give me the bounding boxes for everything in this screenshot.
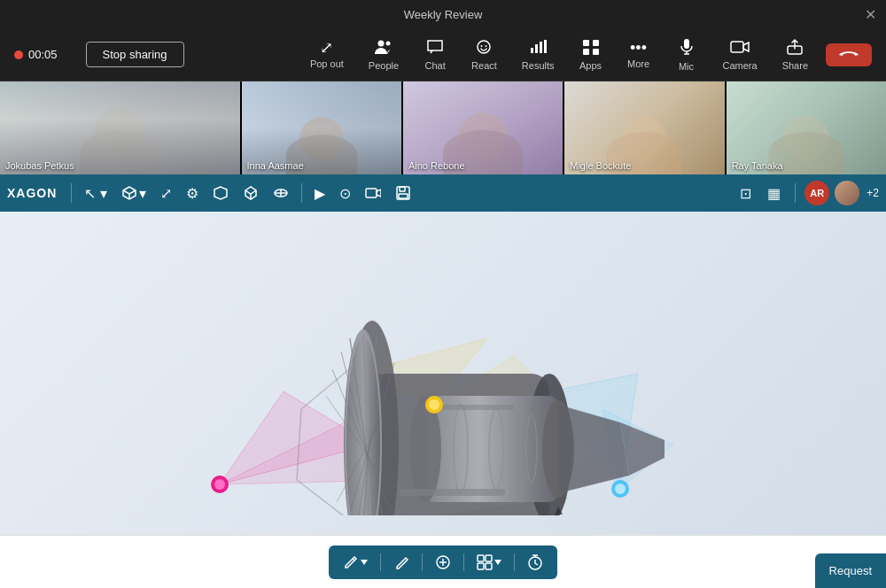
ring-tool[interactable]: ⊙: [334, 182, 356, 205]
pen-action[interactable]: [385, 549, 418, 576]
svg-rect-68: [486, 555, 492, 561]
svg-rect-70: [486, 563, 492, 569]
popout-label: Pop out: [310, 58, 344, 69]
toolbar-camera[interactable]: Camera: [716, 35, 765, 74]
svg-point-3: [481, 45, 483, 47]
svg-rect-45: [425, 396, 558, 502]
participant-tile-4[interactable]: Ray Tanaka: [727, 81, 886, 174]
shape-tool[interactable]: [268, 182, 294, 205]
toolbar-mic[interactable]: Mic: [668, 35, 705, 75]
participant-tile-3[interactable]: Migle Bockute: [564, 81, 724, 174]
share-icon: [786, 39, 804, 58]
3d-tool[interactable]: ▾: [116, 182, 152, 205]
camera-label: Camera: [723, 60, 758, 71]
svg-rect-7: [540, 42, 542, 53]
toolbar-people[interactable]: People: [361, 35, 406, 74]
svg-rect-8: [544, 40, 547, 53]
user-avatar[interactable]: AR: [804, 181, 829, 205]
svg-point-57: [429, 399, 439, 410]
share-label: Share: [782, 60, 808, 71]
more-label: More: [627, 58, 649, 69]
timer-action[interactable]: [518, 549, 552, 576]
svg-rect-21: [400, 187, 405, 191]
participant-name-4: Ray Tanaka: [732, 160, 783, 171]
chat-icon: [426, 39, 444, 58]
stop-sharing-button[interactable]: Stop sharing: [86, 42, 184, 67]
mic-icon: [678, 38, 696, 58]
toolbar-sep-0: [71, 183, 72, 203]
svg-point-1: [385, 41, 390, 45]
cube-tool-2[interactable]: [237, 182, 264, 205]
svg-rect-11: [583, 49, 589, 55]
cube-tool-1[interactable]: [207, 182, 234, 205]
group-action[interactable]: [468, 549, 510, 576]
window-title: Weekly Review: [404, 8, 483, 21]
toolbar-popout[interactable]: ⤢ Pop out: [303, 36, 351, 73]
svg-point-55: [214, 479, 225, 490]
save-tool[interactable]: [390, 182, 416, 205]
camera-tool[interactable]: [360, 182, 386, 204]
toolbar-results[interactable]: Results: [515, 35, 562, 74]
cad-logo: XAGON: [7, 186, 57, 200]
participant-tile-0[interactable]: Jokubas Petkus: [0, 81, 240, 174]
participant-name-1: Inna Aasmae: [247, 160, 304, 171]
svg-rect-9: [583, 40, 589, 46]
request-button[interactable]: Request: [815, 553, 886, 588]
participant-name-0: Jokubas Petkus: [5, 160, 74, 171]
svg-rect-19: [366, 189, 377, 197]
cad-toolbar-right: ⊡ ▦ AR +2: [734, 181, 879, 205]
toolbar-apps[interactable]: Apps: [572, 35, 610, 74]
mic-label: Mic: [679, 61, 694, 72]
svg-rect-22: [399, 194, 408, 198]
action-sep-3: [514, 553, 515, 571]
toolbar-end-call[interactable]: [826, 43, 872, 66]
user-avatar-photo: [835, 181, 859, 205]
title-bar: Weekly Review ✕: [0, 0, 886, 28]
results-icon: [529, 39, 547, 58]
recording-time: 00:05: [28, 48, 58, 61]
participants-strip: Jokubas Petkus Inna Aasmae Aino Rebone M…: [0, 81, 886, 174]
people-label: People: [369, 60, 399, 71]
svg-rect-13: [684, 39, 689, 49]
action-toolbar: [329, 545, 557, 579]
svg-rect-69: [478, 563, 484, 569]
svg-rect-52: [399, 489, 505, 496]
toolbar-sep-1: [301, 183, 302, 203]
meeting-toolbar: 00:05 Stop sharing ⤢ Pop out People Chat…: [0, 28, 886, 81]
toolbar-more[interactable]: ••• More: [620, 36, 657, 73]
action-sep-1: [422, 553, 423, 571]
more-icon: •••: [630, 40, 647, 56]
recording-indicator: 00:05: [14, 48, 58, 61]
svg-point-59: [615, 484, 626, 494]
edit-action[interactable]: [334, 549, 377, 576]
results-label: Results: [522, 60, 555, 71]
svg-rect-10: [593, 40, 599, 46]
apps-icon: [582, 39, 600, 58]
svg-rect-6: [535, 44, 538, 53]
settings-tool[interactable]: ⚙: [181, 182, 204, 205]
popout-icon: ⤢: [320, 40, 333, 56]
react-label: React: [471, 60, 497, 71]
cad-toolbar: XAGON ↖ ▾ ▾ ⤢ ⚙ ▶ ⊙ ⊡ ▦ AR +2: [0, 174, 886, 212]
svg-rect-67: [478, 555, 484, 561]
svg-rect-16: [731, 42, 743, 52]
participant-tile-2[interactable]: Aino Rebone: [403, 81, 563, 174]
toolbar-chat[interactable]: Chat: [416, 35, 454, 74]
toolbar-sep-2: [795, 183, 796, 203]
camera-icon: [730, 39, 750, 58]
apps-label: Apps: [579, 60, 602, 71]
layout-toggle[interactable]: ▦: [762, 182, 786, 205]
toolbar-share[interactable]: Share: [775, 35, 815, 74]
cursor-tool[interactable]: ↖ ▾: [79, 182, 112, 205]
participant-tile-1[interactable]: Inna Aasmae: [242, 81, 401, 174]
toolbar-react[interactable]: React: [464, 35, 504, 74]
extra-users-count: +2: [867, 187, 879, 199]
play-tool[interactable]: ▶: [309, 182, 330, 205]
expand-tool[interactable]: ⤢: [155, 182, 177, 205]
panel-toggle[interactable]: ⊡: [734, 182, 757, 205]
react-icon: [475, 39, 493, 58]
close-button[interactable]: ✕: [861, 5, 879, 23]
chat-label: Chat: [424, 60, 445, 71]
svg-point-4: [486, 45, 487, 47]
add-action[interactable]: [426, 549, 460, 576]
